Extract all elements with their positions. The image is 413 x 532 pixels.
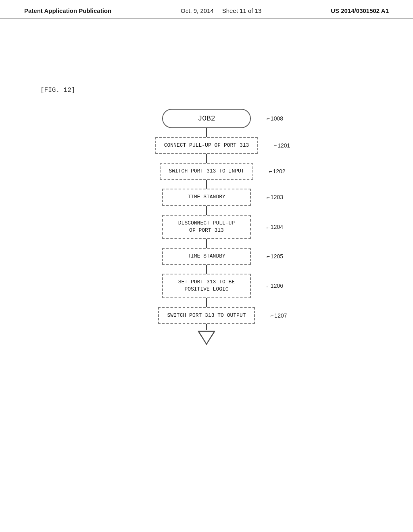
header-right: US 2014/0301502 A1	[331, 7, 389, 14]
ref-1205: 1205	[267, 253, 283, 260]
connector	[206, 128, 207, 137]
page-header: Patent Application Publication Oct. 9, 2…	[0, 0, 413, 19]
connector	[206, 154, 207, 163]
ref-1203: 1203	[267, 194, 283, 200]
header-left: Patent Application Publication	[24, 7, 111, 14]
header-date: Oct. 9, 2014	[181, 7, 214, 14]
figure-label: [FIG. 12]	[40, 87, 75, 94]
ref-1207: 1207	[270, 312, 287, 319]
step-1204: DISCONNECT PULL-UPOF PORT 313 1204	[162, 215, 251, 239]
flow-start: JOB2 1008	[162, 109, 251, 128]
ref-1201: 1201	[273, 142, 290, 149]
step-box-1203: TIME STANDBY	[162, 189, 251, 206]
flowchart: JOB2 1008 CONNECT PULL-UP OF PORT 313 12…	[0, 109, 413, 347]
step-1205: TIME STANDBY 1205	[162, 248, 251, 265]
step-1207: SWITCH PORT 313 TO OUTPUT 1207	[158, 307, 254, 324]
header-sheet: Sheet 11 of 13	[222, 7, 262, 14]
connector	[206, 324, 207, 330]
header-center: Oct. 9, 2014 Sheet 11 of 13	[181, 7, 261, 14]
ref-1202: 1202	[269, 168, 285, 175]
step-box-1201: CONNECT PULL-UP OF PORT 313	[155, 137, 258, 154]
off-page-connector	[198, 330, 215, 347]
ref-1204: 1204	[267, 224, 283, 230]
connector	[206, 239, 207, 248]
connector	[206, 206, 207, 215]
connector	[206, 298, 207, 307]
step-box-1206: SET PORT 313 TO BEPOSITIVE LOGIC	[162, 274, 251, 298]
start-node: JOB2	[162, 109, 251, 128]
step-1202: SWITCH PORT 313 TO INPUT 1202	[160, 163, 253, 180]
ref-1206: 1206	[267, 283, 283, 289]
step-1203: TIME STANDBY 1203	[162, 189, 251, 206]
step-box-1202: SWITCH PORT 313 TO INPUT	[160, 163, 253, 180]
connector	[206, 265, 207, 274]
step-box-1205: TIME STANDBY	[162, 248, 251, 265]
step-box-1207: SWITCH PORT 313 TO OUTPUT	[158, 307, 254, 324]
ref-1008: 1008	[267, 115, 283, 122]
step-1206: SET PORT 313 TO BEPOSITIVE LOGIC 1206	[162, 274, 251, 298]
step-1201: CONNECT PULL-UP OF PORT 313 1201	[155, 137, 258, 154]
step-box-1204: DISCONNECT PULL-UPOF PORT 313	[162, 215, 251, 239]
connector	[206, 180, 207, 189]
svg-marker-0	[198, 331, 215, 344]
